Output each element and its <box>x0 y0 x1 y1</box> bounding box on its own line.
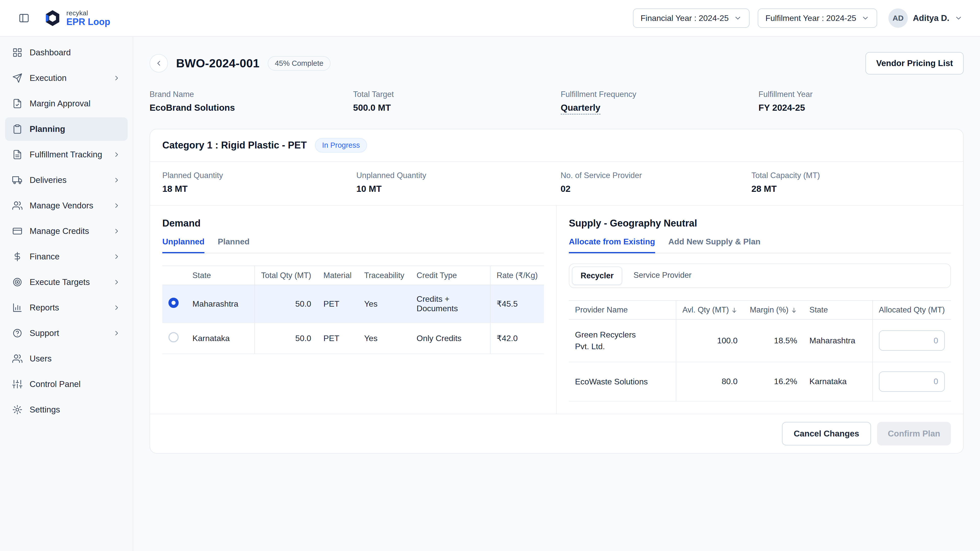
stat-label: Total Capacity (MT) <box>751 171 951 180</box>
cell-material: PET <box>317 323 358 354</box>
allocated-qty-input[interactable] <box>879 330 945 351</box>
main-content: BWO-2024-001 45% Complete Vendor Pricing… <box>133 37 980 551</box>
sidebar-item-deliveries[interactable]: Deliveries <box>5 168 127 192</box>
tab-planned[interactable]: Planned <box>218 237 249 253</box>
users-icon <box>12 354 22 364</box>
category-title: Category 1 : Rigid Plastic - PET <box>162 140 307 151</box>
user-menu[interactable]: AD Aditya D. <box>885 6 966 30</box>
stat-label: Unplanned Quantity <box>356 171 560 180</box>
brand-logo: recykal EPR Loop <box>44 10 110 27</box>
stat-value: 28 MT <box>751 184 951 194</box>
confirm-plan-button[interactable]: Confirm Plan <box>877 422 951 445</box>
tab-allocate-from-existing[interactable]: Allocate from Existing <box>569 237 655 253</box>
sidebar-item-label: Dashboard <box>30 48 71 57</box>
fulfilment-year-select[interactable]: Fulfilment Year : 2024-25 <box>758 8 877 28</box>
sidebar-item-fulfillment-tracking[interactable]: Fulfillment Tracking <box>5 143 127 166</box>
supply-row: Green Recyclers Pvt. Ltd. 100.0 18.5% Ma… <box>569 319 951 362</box>
sidebar-item-control-panel[interactable]: Control Panel <box>5 372 127 396</box>
field-label: Fulfillment Frequency <box>561 90 759 99</box>
info-fulfillment-year: Fulfillment Year FY 2024-25 <box>759 90 964 114</box>
sidebar-item-label: Planning <box>30 124 65 134</box>
cell-traceability: Yes <box>358 323 410 354</box>
chevron-right-icon <box>113 278 121 286</box>
chevron-left-icon <box>155 59 163 67</box>
sidebar-item-label: Margin Approval <box>30 99 90 108</box>
cell-state: Maharashtra <box>803 319 873 362</box>
sidebar-item-label: Control Panel <box>30 380 81 389</box>
product-name: EPR Loop <box>66 17 110 27</box>
stat-value: 18 MT <box>162 184 356 194</box>
sidebar-item-reports[interactable]: Reports <box>5 296 127 319</box>
category-card: Category 1 : Rigid Plastic - PET In Prog… <box>150 129 964 454</box>
toggle-service-provider[interactable]: Service Provider <box>625 267 700 285</box>
sidebar-item-dashboard[interactable]: Dashboard <box>5 41 127 64</box>
category-stats: Planned Quantity 18 MT Unplanned Quantit… <box>150 162 963 206</box>
demand-row[interactable]: Maharashtra 50.0 PET Yes Credits + Docum… <box>162 285 544 323</box>
vendor-pricing-list-button[interactable]: Vendor Pricing List <box>865 52 964 75</box>
allocated-qty-input[interactable] <box>879 372 945 392</box>
cell-margin: 16.2% <box>744 362 803 401</box>
field-label: Total Target <box>353 90 561 99</box>
row-radio[interactable] <box>169 332 179 342</box>
tab-unplanned[interactable]: Unplanned <box>162 237 204 253</box>
cell-avl-qty: 100.0 <box>676 319 744 362</box>
sidebar-item-execution[interactable]: Execution <box>5 66 127 90</box>
row-radio-selected[interactable] <box>169 298 179 308</box>
supply-title: Supply - Geography Neutral <box>569 218 951 229</box>
cell-total-qty: 50.0 <box>255 285 317 323</box>
bar-chart-icon <box>12 303 22 313</box>
sidebar-item-planning[interactable]: Planning <box>5 118 127 141</box>
recykal-logo-icon <box>44 10 61 27</box>
sidebar-item-label: Manage Credits <box>30 226 89 236</box>
column-header-total-qty: Total Qty (MT) <box>255 266 317 285</box>
column-header-material: Material <box>317 266 358 285</box>
avatar: AD <box>888 8 908 28</box>
sort-desc-icon <box>791 307 797 313</box>
sidebar-item-margin-approval[interactable]: Margin Approval <box>5 92 127 115</box>
field-value: Quarterly <box>561 103 600 114</box>
sidebar-item-execute-targets[interactable]: Execute Targets <box>5 270 127 294</box>
field-label: Fulfillment Year <box>759 90 964 99</box>
target-icon <box>12 277 22 287</box>
info-brand-name: Brand Name EcoBrand Solutions <box>150 90 353 114</box>
sidebar-item-support[interactable]: Support <box>5 321 127 345</box>
brand-name: recykal <box>66 10 110 17</box>
page-title: BWO-2024-001 <box>176 56 259 70</box>
toggle-recycler[interactable]: Recycler <box>572 267 622 285</box>
sliders-icon <box>12 379 22 389</box>
column-header-margin[interactable]: Margin (%) <box>744 300 803 319</box>
clipboard-icon <box>12 124 22 134</box>
top-bar: recykal EPR Loop Financial Year : 2024-2… <box>0 0 980 37</box>
cell-avl-qty: 80.0 <box>676 362 744 401</box>
column-header-state: State <box>803 300 873 319</box>
dollar-icon <box>12 251 22 262</box>
column-header-allocated-qty: Allocated Qty (MT) <box>873 300 951 319</box>
supply-panel: Supply - Geography Neutral Allocate from… <box>557 206 963 414</box>
column-header-avl-qty[interactable]: Avl. Qty (MT) <box>676 300 744 319</box>
sidebar-item-label: Manage Vendors <box>30 201 94 210</box>
column-header-traceability: Traceability <box>358 266 410 285</box>
sidebar-item-users[interactable]: Users <box>5 347 127 370</box>
stat-planned-quantity: Planned Quantity 18 MT <box>162 171 356 194</box>
stat-service-provider-count: No. of Service Provider 02 <box>560 171 751 194</box>
financial-year-select[interactable]: Financial Year : 2024-25 <box>633 8 749 28</box>
sidebar-item-settings[interactable]: Settings <box>5 398 127 421</box>
completion-badge: 45% Complete <box>268 56 331 71</box>
sidebar-item-label: Execution <box>30 73 67 83</box>
sidebar-toggle-button[interactable] <box>14 8 34 28</box>
status-badge: In Progress <box>315 138 367 152</box>
sidebar-item-manage-credits[interactable]: Manage Credits <box>5 219 127 243</box>
cell-state: Karnataka <box>803 362 873 401</box>
cell-provider-name: EcoWaste Solutions <box>575 376 652 387</box>
demand-row[interactable]: Karnataka 50.0 PET Yes Only Credits ₹42.… <box>162 323 544 354</box>
sidebar-item-manage-vendors[interactable]: Manage Vendors <box>5 194 127 218</box>
back-button[interactable] <box>150 54 168 73</box>
sidebar-item-finance[interactable]: Finance <box>5 245 127 268</box>
column-header-label: Margin (%) <box>750 305 789 314</box>
cancel-changes-button[interactable]: Cancel Changes <box>782 422 871 445</box>
cell-state: Maharashtra <box>186 285 255 323</box>
chevron-down-icon <box>955 14 963 22</box>
stat-unplanned-quantity: Unplanned Quantity 10 MT <box>356 171 560 194</box>
tab-add-new-supply[interactable]: Add New Supply & Plan <box>668 237 760 253</box>
sidebar-item-label: Finance <box>30 252 59 262</box>
